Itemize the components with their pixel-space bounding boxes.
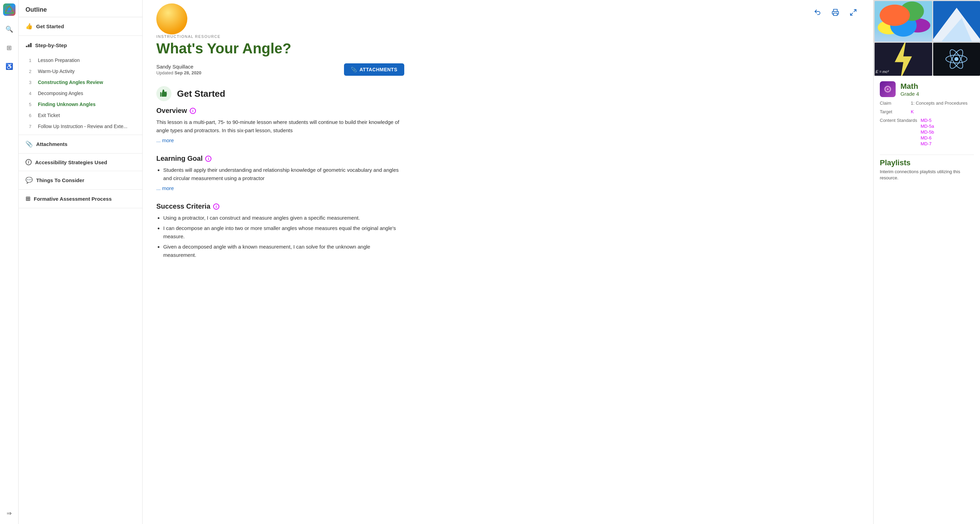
subject-grade: Grade 4 [900,91,919,97]
attachments-button[interactable]: 📎 ATTACHMENTS [344,64,404,76]
success-criteria-item-2: I can decompose an angle into two or mor… [163,224,404,241]
success-criteria-item-3: Given a decomposed angle with a known me… [163,243,404,259]
svg-point-14 [955,57,959,61]
sidebar-section-step-by-step: Step-by-Step 1 Lesson Preparation 2 Warm… [19,36,142,135]
claim-label: Claim [880,100,907,106]
step-item-3[interactable]: 3 Constructing Angles Review [19,77,142,88]
grid-icon[interactable]: ⊞ [4,43,14,53]
sidebar-item-formative-assessment[interactable]: ⊞ Formative Assessment Process [19,190,142,208]
standard-md6[interactable]: MD-6 [920,135,934,140]
search-icon[interactable]: 🔍 [4,24,14,35]
learning-goal-title-row: Learning Goal i [156,155,404,162]
sidebar-item-attachments[interactable]: 📎 Attachments [19,135,142,153]
print-icon [832,9,839,18]
svg-rect-6 [834,13,837,15]
resource-author: Sandy Squillace [156,64,202,70]
learning-goal-subsection: Learning Goal i Students will apply thei… [156,155,404,191]
learning-goal-item-1: Students will apply their understanding … [163,166,404,183]
collage-bottom-left: E = mc² [875,43,932,76]
right-panel: E = mc² Math Grade 4 [873,0,980,524]
step-item-2[interactable]: 2 Warm-Up Activity [19,66,142,77]
share-button[interactable] [811,7,824,19]
collage-balloon-image [875,1,932,42]
hero-actions [811,3,859,19]
meta-target-row: Target K [880,109,974,114]
icon-bar: 🔍 ⊞ ♿ ⇒ [0,0,19,524]
step-item-6[interactable]: 6 Exit Ticket [19,110,142,121]
learning-goal-list: Students will apply their understanding … [156,166,404,183]
sidebar-item-get-started[interactable]: 👍 Get Started [19,17,142,35]
sidebar-section-formative-assessment: ⊞ Formative Assessment Process [19,190,142,208]
resource-meta: Sandy Squillace Updated Sep 28, 2020 📎 A… [156,64,404,76]
success-criteria-item-1: Using a protractor, I can construct and … [163,214,404,222]
standard-md5[interactable]: MD-5 [920,118,934,123]
playlists-description: Interim connections playlists utilizing … [873,169,980,184]
standard-md5b[interactable]: MD-5b [920,129,934,135]
app-logo[interactable] [3,3,16,16]
step-item-5[interactable]: 5 Finding Unknown Angles [19,99,142,110]
main-content: INSTRUCTIONAL RESOURCE What's Your Angle… [143,0,873,524]
hero-circle [156,3,187,35]
svg-point-20 [887,88,889,90]
sidebar-section-accessibility: i Accessibility Strategies Used [19,154,142,171]
success-criteria-title: Success Criteria [156,202,210,210]
attachments-btn-label: ATTACHMENTS [360,67,398,72]
step-item-1[interactable]: 1 Lesson Preparation [19,55,142,66]
sidebar-item-accessibility[interactable]: i Accessibility Strategies Used [19,154,142,171]
svg-rect-5 [30,43,32,47]
collage-bottom-right [933,43,980,76]
target-value-link[interactable]: K [911,109,914,114]
grid2-icon: ⊞ [25,195,30,202]
resource-author-block: Sandy Squillace Updated Sep 28, 2020 [156,64,202,75]
sidebar-item-things-to-consider[interactable]: 💬 Things To Consider [19,171,142,189]
get-started-thumb [156,86,172,101]
sidebar-steps-list: 1 Lesson Preparation 2 Warm-Up Activity … [19,55,142,135]
sidebar-title: Outline [19,0,142,17]
overview-subsection: Overview i This lesson is a multi-part, … [156,107,404,144]
resource-updated: Updated Sep 28, 2020 [156,70,202,75]
get-started-section: Get Started Overview i This lesson is a … [156,86,404,259]
target-label: Target [880,109,907,114]
thumbs-up-icon: 👍 [25,23,33,30]
sidebar-accessibility-label: Accessibility Strategies Used [35,159,107,165]
standards-label: Content Standards [880,118,917,123]
overview-info-icon[interactable]: i [190,108,196,114]
learning-goal-info-icon[interactable]: i [205,156,212,162]
get-started-heading: Get Started [177,89,225,99]
sidebar-section-get-started: 👍 Get Started [19,17,142,36]
overview-text: This lesson is a multi-part, 75- to 90-m… [156,118,404,135]
svg-line-7 [854,9,856,11]
svg-rect-4 [28,44,30,47]
print-button[interactable] [829,7,842,19]
success-criteria-list: Using a protractor, I can construct and … [156,214,404,259]
playlists-title: Playlists [873,155,980,169]
accessibility-icon[interactable]: ♿ [4,61,14,71]
collage-images: E = mc² [873,0,980,76]
steps-icon [25,41,32,49]
meta-claim-row: Claim 1: Concepts and Procedures [880,100,974,106]
logout-icon[interactable]: ⇒ [4,508,14,519]
standard-md7[interactable]: MD-7 [920,141,934,146]
meta-table: Claim 1: Concepts and Procedures Target … [873,100,980,155]
subject-name: Math [900,82,919,91]
paperclip-icon-btn: 📎 [351,67,357,72]
overview-more-link[interactable]: ... more [156,137,174,143]
sidebar-things-label: Things To Consider [36,177,84,183]
overview-title: Overview [156,107,187,114]
success-criteria-info-icon[interactable]: i [213,203,220,210]
sidebar-get-started-label: Get Started [36,24,64,29]
expand-button[interactable] [847,7,859,19]
claim-value: 1: Concepts and Procedures [911,100,967,106]
svg-rect-3 [26,46,27,47]
step-item-4[interactable]: 4 Decomposing Angles [19,88,142,99]
step-item-7[interactable]: 7 Follow Up Instruction - Review and Ext… [19,121,142,132]
sidebar-section-things-to-consider: 💬 Things To Consider [19,171,142,190]
svg-line-8 [851,13,853,15]
resource-title: What's Your Angle? [156,41,404,56]
success-criteria-title-row: Success Criteria i [156,202,404,210]
sidebar-item-step-by-step[interactable]: Step-by-Step [19,36,142,55]
learning-goal-more-link[interactable]: ... more [156,185,174,191]
standard-md5a[interactable]: MD-5a [920,124,934,129]
learning-goal-title: Learning Goal [156,155,202,162]
resource-label: INSTRUCTIONAL RESOURCE [156,35,404,38]
